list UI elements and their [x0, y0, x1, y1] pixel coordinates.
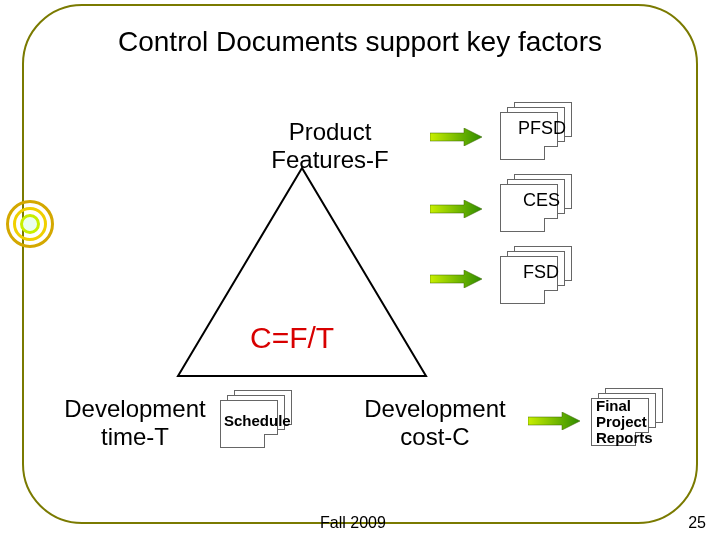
- svg-marker-3: [430, 270, 482, 288]
- footer-center: Fall 2009: [320, 514, 386, 532]
- footer-page-number: 25: [688, 514, 706, 532]
- doc-label-pfsd: PFSD: [518, 118, 566, 139]
- svg-marker-4: [528, 412, 580, 430]
- doc-label-ces: CES: [523, 190, 560, 211]
- doc-label-schedule: Schedule: [224, 413, 291, 429]
- bullet-icon: [6, 200, 54, 248]
- arrow-icon: [430, 128, 482, 146]
- product-features-label: Product Features-F: [245, 118, 415, 174]
- dev-cost-label: Development cost-C: [345, 395, 525, 451]
- slide-title: Control Documents support key factors: [0, 26, 720, 58]
- doc-label-fsd: FSD: [523, 262, 559, 283]
- formula-label: C=F/T: [250, 321, 334, 355]
- svg-marker-2: [430, 200, 482, 218]
- svg-marker-1: [430, 128, 482, 146]
- arrow-icon: [430, 270, 482, 288]
- arrow-icon: [430, 200, 482, 218]
- dev-time-label: Development time-T: [50, 395, 220, 451]
- arrow-icon: [528, 412, 580, 430]
- doc-label-final: Final Project Reports: [596, 398, 653, 445]
